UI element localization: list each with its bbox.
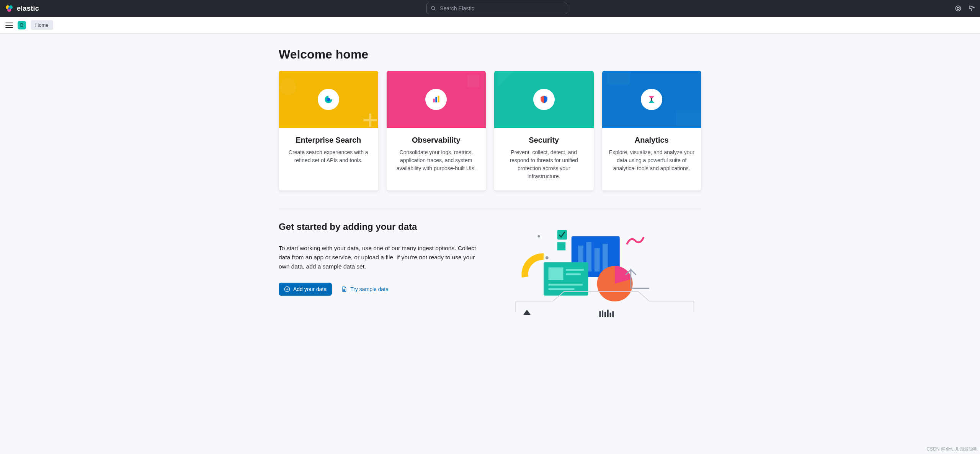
- card-body: Enterprise Search Create search experien…: [279, 128, 378, 174]
- plus-circle-icon: [284, 286, 290, 292]
- enterprise-search-icon: [318, 89, 339, 110]
- card-title: Analytics: [609, 136, 695, 145]
- card-title: Security: [501, 136, 587, 145]
- svg-point-3: [8, 7, 10, 10]
- card-body: Observability Consolidate your logs, met…: [387, 128, 486, 182]
- add-your-data-button[interactable]: Add your data: [279, 283, 332, 296]
- svg-marker-16: [498, 71, 517, 87]
- try-sample-data-link[interactable]: Try sample data: [341, 286, 389, 292]
- search-placeholder: Search Elastic: [440, 5, 474, 11]
- card-analytics[interactable]: Analytics Explore, visualize, and analyz…: [602, 71, 702, 190]
- page-title: Welcome home: [279, 47, 701, 62]
- newsfeed-icon[interactable]: [969, 5, 975, 12]
- section-divider: [279, 208, 701, 208]
- svg-rect-17: [607, 73, 630, 85]
- card-head: [494, 71, 594, 128]
- card-desc: Explore, visualize, and analyze your dat…: [609, 148, 695, 172]
- card-desc: Consolidate your logs, metrics, applicat…: [394, 148, 479, 172]
- svg-rect-33: [557, 242, 565, 250]
- document-icon: [341, 286, 347, 292]
- card-body: Security Prevent, collect, detect, and r…: [494, 128, 594, 190]
- help-icon[interactable]: [955, 5, 962, 12]
- breadcrumb-label: Home: [35, 22, 49, 28]
- search-icon: [431, 6, 436, 11]
- page-content: Welcome home Enterprise Search Create se…: [279, 34, 701, 341]
- svg-point-7: [957, 7, 959, 10]
- card-enterprise-search[interactable]: Enterprise Search Create search experien…: [279, 71, 378, 190]
- card-head: [387, 71, 486, 128]
- avatar-initial: D: [20, 23, 24, 28]
- elastic-logo-icon: [5, 4, 14, 13]
- svg-point-6: [956, 6, 961, 11]
- brand-name: elastic: [17, 5, 39, 13]
- svg-rect-13: [433, 99, 435, 103]
- svg-point-11: [327, 98, 330, 101]
- svg-point-4: [431, 7, 434, 10]
- svg-rect-46: [604, 312, 606, 317]
- solution-cards: Enterprise Search Create search experien…: [279, 71, 701, 190]
- svg-rect-38: [566, 273, 581, 275]
- svg-rect-49: [612, 311, 614, 317]
- svg-rect-12: [467, 75, 479, 87]
- search-wrap: Search Elastic: [39, 3, 955, 14]
- get-started-section: Get started by adding your data To start…: [279, 221, 701, 318]
- observability-icon: [425, 89, 447, 110]
- get-started-illustration: [508, 221, 701, 318]
- svg-rect-44: [599, 311, 601, 317]
- svg-rect-14: [436, 97, 437, 103]
- breadcrumb-home[interactable]: Home: [31, 20, 53, 30]
- card-security[interactable]: Security Prevent, collect, detect, and r…: [494, 71, 594, 190]
- card-desc: Create search experiences with a refined…: [286, 148, 371, 164]
- topbar-actions: [955, 5, 975, 12]
- svg-rect-47: [607, 310, 609, 317]
- svg-rect-39: [549, 284, 583, 286]
- button-label: Add your data: [293, 286, 327, 292]
- svg-rect-21: [651, 98, 652, 101]
- sub-toolbar: D Home: [0, 17, 980, 34]
- svg-rect-37: [566, 269, 584, 271]
- card-desc: Prevent, collect, detect, and respond to…: [501, 148, 587, 181]
- card-observability[interactable]: Observability Consolidate your logs, met…: [387, 71, 486, 190]
- svg-point-41: [546, 256, 549, 259]
- menu-toggle-icon[interactable]: [5, 21, 13, 29]
- svg-rect-15: [438, 96, 439, 102]
- card-title: Enterprise Search: [286, 136, 371, 145]
- svg-rect-45: [602, 311, 603, 317]
- get-started-actions: Add your data Try sample data: [279, 283, 485, 296]
- svg-rect-36: [549, 267, 564, 280]
- global-search-input[interactable]: Search Elastic: [426, 3, 567, 14]
- card-head: [602, 71, 702, 128]
- svg-rect-40: [549, 288, 575, 290]
- top-bar: elastic Search Elastic: [0, 0, 980, 17]
- get-started-title: Get started by adding your data: [279, 221, 485, 232]
- link-label: Try sample data: [350, 286, 389, 292]
- get-started-content: Get started by adding your data To start…: [279, 221, 485, 296]
- svg-rect-48: [610, 312, 611, 317]
- svg-rect-31: [603, 244, 608, 272]
- card-body: Analytics Explore, visualize, and analyz…: [602, 128, 702, 182]
- svg-line-5: [434, 9, 435, 10]
- svg-rect-18: [676, 111, 701, 126]
- card-title: Observability: [394, 136, 479, 145]
- get-started-text: To start working with your data, use one…: [279, 244, 482, 271]
- svg-rect-30: [595, 248, 600, 272]
- analytics-icon: [641, 89, 662, 110]
- svg-rect-8: [279, 78, 296, 95]
- svg-point-42: [538, 235, 540, 238]
- card-head: [279, 71, 378, 128]
- brand[interactable]: elastic: [5, 4, 39, 13]
- security-icon: [533, 89, 555, 110]
- space-avatar[interactable]: D: [18, 21, 26, 29]
